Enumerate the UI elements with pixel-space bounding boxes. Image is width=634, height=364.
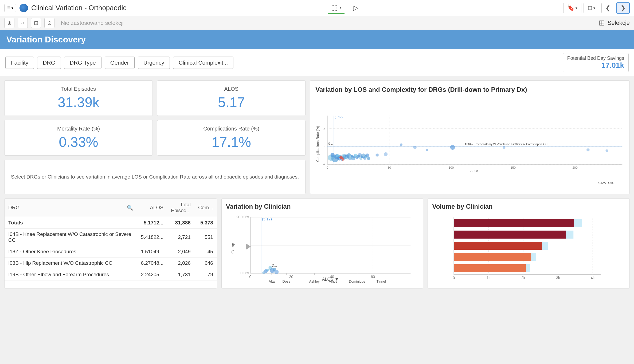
chevron-down-icon4: ▾ bbox=[593, 6, 595, 10]
svg-text:G12A - Oth...: G12A - Oth... bbox=[598, 181, 616, 184]
scatter-chart-svg: 0 1 2 0 50 100 150 200 (5.17) bbox=[315, 98, 624, 188]
svg-text:100: 100 bbox=[449, 166, 454, 169]
bottom-stats: Mortality Rate (%) 0.33% Complications R… bbox=[4, 120, 306, 156]
row3-episodes: 2,026 bbox=[167, 258, 194, 269]
table-row[interactable]: I18Z - Other Knee Procedures 1.51049... … bbox=[5, 246, 217, 258]
drg-table[interactable]: DRG 🔍 ALOS TotalEpisod... Com... Totals … bbox=[4, 198, 217, 288]
mortality-label: Mortality Rate (%) bbox=[11, 126, 146, 132]
svg-rect-128 bbox=[526, 264, 530, 272]
lasso-icon[interactable]: ⊙ bbox=[44, 18, 54, 28]
filter-drg[interactable]: DRG bbox=[37, 57, 61, 69]
svg-text:ALOS ▼: ALOS ▼ bbox=[322, 277, 339, 282]
filter-clinical-complexity[interactable]: Clinical Complexit... bbox=[173, 57, 233, 69]
scatter-chart-card[interactable]: Variation by LOS and Complexity for DRGs… bbox=[310, 80, 630, 194]
table-row[interactable]: I04B - Knee Replacement W/O Catastrophic… bbox=[5, 229, 217, 246]
page-title: Variation Discovery bbox=[6, 35, 86, 44]
total-episodes-value: 31.39k bbox=[11, 94, 146, 110]
grid-button[interactable]: ⊞ ▾ bbox=[584, 3, 599, 13]
total-alos: 5.1712... bbox=[137, 217, 167, 229]
selekcje-button[interactable]: Selekcje bbox=[608, 19, 630, 26]
stats-column: Total Episodes 31.39k ALOS 5.17 Mortalit… bbox=[4, 80, 306, 194]
row2-alos: 1.51049... bbox=[137, 246, 167, 258]
present-icon: ▷ bbox=[353, 4, 358, 12]
back-button[interactable]: ❮ bbox=[601, 3, 614, 13]
alos-value: 5.17 bbox=[164, 94, 299, 110]
svg-text:50: 50 bbox=[388, 166, 391, 169]
svg-point-90 bbox=[262, 271, 265, 274]
back-icon: ❮ bbox=[605, 5, 610, 11]
filter-urgency[interactable]: Urgency bbox=[138, 57, 170, 69]
svg-point-54 bbox=[376, 153, 379, 157]
svg-text:Doss: Doss bbox=[282, 279, 290, 283]
svg-rect-124 bbox=[542, 242, 548, 250]
desktop-icon: ⬚ bbox=[331, 3, 338, 12]
table-header-row: DRG 🔍 ALOS TotalEpisod... Com... bbox=[5, 199, 217, 217]
filter-row: Facility DRG DRG Type Gender Urgency Cli… bbox=[0, 49, 634, 76]
hamburger-button[interactable]: ☰ ▾ bbox=[4, 4, 16, 12]
search-icon[interactable]: 🔍 bbox=[127, 205, 133, 211]
bottom-row: DRG 🔍 ALOS TotalEpisod... Com... Totals … bbox=[4, 198, 630, 288]
grid-icon2: ⊞ bbox=[599, 18, 605, 27]
alos-label: ALOS bbox=[164, 86, 299, 92]
svg-text:Comp...: Comp... bbox=[230, 240, 235, 254]
selection-text: Nie zastosowano selekcji bbox=[58, 18, 127, 28]
desktop-view-button[interactable]: ⬚ ▾ bbox=[328, 2, 345, 14]
svg-text:20: 20 bbox=[289, 275, 293, 279]
forward-button[interactable]: ❯ bbox=[616, 2, 630, 14]
svg-text:2: 2 bbox=[323, 127, 325, 130]
svg-text:Dominique: Dominique bbox=[349, 279, 365, 283]
row2-episodes: 2,049 bbox=[167, 246, 194, 258]
filter-facility[interactable]: Facility bbox=[5, 57, 34, 69]
savings-label: Potential Bed Day Savings bbox=[567, 56, 624, 61]
alos-card: ALOS 5.17 bbox=[157, 80, 306, 116]
table-row[interactable]: I03B - Hip Replacement W/O Catastrophic … bbox=[5, 258, 217, 269]
volume-by-clinician-chart[interactable]: Volume by Clinician 0 1k 2k 3k bbox=[428, 198, 630, 288]
svg-marker-106 bbox=[246, 243, 251, 250]
pan-icon[interactable]: ↔ bbox=[18, 18, 28, 28]
svg-point-57 bbox=[413, 146, 417, 149]
toolbar: ⊕ ↔ ⊡ ⊙ Nie zastosowano selekcji ⊞ Selek… bbox=[0, 16, 634, 30]
forward-icon: ❯ bbox=[621, 5, 625, 11]
svg-point-62 bbox=[606, 149, 608, 152]
chevron-down-icon: ▾ bbox=[11, 6, 13, 10]
svg-text:A06A - Tracheostomy W Ventilat: A06A - Tracheostomy W Ventilation >=96hr… bbox=[465, 143, 547, 146]
mortality-value: 0.33% bbox=[11, 134, 146, 150]
present-button[interactable]: ▷ bbox=[350, 2, 362, 14]
select-icon[interactable]: ⊡ bbox=[31, 18, 41, 28]
svg-text:G...: G... bbox=[328, 142, 333, 145]
bookmark-button[interactable]: 🔖 ▾ bbox=[563, 3, 581, 13]
svg-text:ALOS: ALOS bbox=[470, 169, 479, 173]
row1-alos: 5.41822... bbox=[137, 229, 167, 246]
svg-text:0: 0 bbox=[327, 166, 328, 169]
total-drg: Totals bbox=[5, 217, 137, 229]
top-stats: Total Episodes 31.39k ALOS 5.17 bbox=[4, 80, 306, 116]
row3-alos: 6.27048... bbox=[137, 258, 167, 269]
svg-text:Complications Rate (%): Complications Rate (%) bbox=[316, 126, 320, 162]
total-episodes-label: Total Episodes bbox=[11, 86, 146, 92]
svg-rect-123 bbox=[454, 242, 542, 250]
row4-episodes: 1,731 bbox=[167, 269, 194, 280]
scatter-chart-title: Variation by LOS and Complexity for DRGs… bbox=[315, 86, 624, 93]
table-total-row: Totals 5.1712... 31,386 5,378 bbox=[5, 217, 217, 229]
row2-drg: I18Z - Other Knee Procedures bbox=[5, 246, 137, 258]
volume-chart-title: Volume by Clinician bbox=[432, 203, 625, 210]
clinician-variation-title: Variation by Clinician bbox=[226, 203, 419, 210]
svg-rect-122 bbox=[566, 231, 574, 239]
filter-gender[interactable]: Gender bbox=[105, 57, 135, 69]
row4-com: 79 bbox=[194, 269, 217, 280]
row2-com: 45 bbox=[194, 246, 217, 258]
row3-drg: I03B - Hip Replacement W/O Catastrophic … bbox=[5, 258, 137, 269]
zoom-icon[interactable]: ⊕ bbox=[4, 18, 14, 28]
complications-label: Complications Rate (%) bbox=[164, 126, 299, 132]
top-bar-center: ⬚ ▾ ▷ bbox=[328, 2, 362, 14]
total-episodes-card: Total Episodes 31.39k bbox=[4, 80, 153, 116]
grid-icon: ⊞ bbox=[588, 5, 592, 11]
clinician-variation-chart[interactable]: Variation by Clinician 0.0% 200.0% bbox=[221, 198, 424, 288]
svg-text:1: 1 bbox=[323, 145, 325, 148]
svg-text:Alta: Alta bbox=[269, 279, 275, 283]
svg-rect-119 bbox=[454, 219, 574, 227]
complications-card: Complications Rate (%) 17.1% bbox=[157, 120, 306, 156]
row1-drg: I04B - Knee Replacement W/O Catastrophic… bbox=[5, 229, 137, 246]
filter-drg-type[interactable]: DRG Type bbox=[64, 57, 101, 69]
table-row[interactable]: I19B - Other Elbow and Forearm Procedure… bbox=[5, 269, 217, 280]
